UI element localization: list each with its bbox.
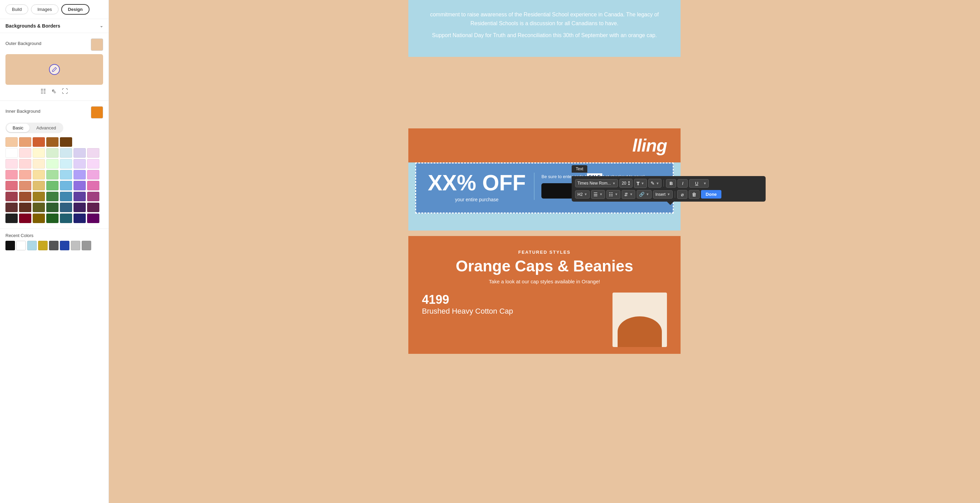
- recent-swatch-0[interactable]: [5, 241, 15, 250]
- edit-bg-button[interactable]: [49, 64, 60, 75]
- recent-swatch-1[interactable]: [16, 241, 26, 250]
- swatch-6-0[interactable]: [5, 203, 18, 212]
- link-select[interactable]: 🔗 ▼: [637, 190, 652, 198]
- recent-swatch-2[interactable]: [27, 241, 37, 250]
- swatch-1-0[interactable]: [5, 148, 18, 158]
- swatch-2-0[interactable]: [5, 159, 18, 169]
- scale-icon-button[interactable]: ⇖: [51, 88, 56, 95]
- swatch-4-6[interactable]: [87, 181, 99, 190]
- recent-swatch-7[interactable]: [82, 241, 91, 250]
- remove-format-button[interactable]: ⌀: [677, 190, 687, 199]
- swatch-1-4[interactable]: [60, 148, 72, 158]
- swatch-5-0[interactable]: [5, 192, 18, 201]
- swatch-1-2[interactable]: [33, 148, 45, 158]
- build-tab[interactable]: Build: [5, 5, 28, 14]
- delete-button[interactable]: 🗑: [689, 190, 700, 199]
- swatch-4-4[interactable]: [60, 181, 72, 190]
- swatch-1-3[interactable]: [46, 148, 59, 158]
- swatch-3-1[interactable]: [19, 170, 31, 179]
- swatch-2-2[interactable]: [33, 159, 45, 169]
- text-color-select[interactable]: T ▼: [634, 179, 646, 188]
- swatch-4-0[interactable]: [5, 181, 18, 190]
- swatch-6-6[interactable]: [87, 203, 99, 212]
- swatch-7-5[interactable]: [73, 214, 86, 223]
- outer-bg-swatch[interactable]: [91, 38, 103, 51]
- swatch-1-6[interactable]: [87, 148, 99, 158]
- inner-bg-swatch[interactable]: [91, 106, 103, 118]
- list-select[interactable]: ☷ ▼: [606, 190, 620, 199]
- top-text-block: commitment to raise awareness of the Res…: [408, 0, 681, 57]
- swatch-7-1[interactable]: [19, 214, 31, 223]
- swatch-5-1[interactable]: [19, 192, 31, 201]
- grid-icon-button[interactable]: ☷: [40, 88, 46, 95]
- divider-1: [663, 180, 664, 187]
- product-image: [612, 292, 667, 347]
- product-number: 4199: [422, 292, 606, 307]
- recent-swatch-6[interactable]: [71, 241, 80, 250]
- swatch-4-2[interactable]: [33, 181, 45, 190]
- swatch-7-4[interactable]: [60, 214, 72, 223]
- swatch-5-6[interactable]: [87, 192, 99, 201]
- orange-banner-text: lling: [632, 135, 667, 156]
- recent-swatch-3[interactable]: [38, 241, 48, 250]
- swatch-3-6[interactable]: [87, 170, 99, 179]
- swatch-0-4[interactable]: [60, 137, 72, 147]
- swatch-7-2[interactable]: [33, 214, 45, 223]
- swatch-6-5[interactable]: [73, 203, 86, 212]
- section-header[interactable]: Backgrounds & Borders ⌄: [0, 19, 108, 33]
- swatch-7-0[interactable]: [5, 214, 18, 223]
- swatch-1-1[interactable]: [19, 148, 31, 158]
- swatch-3-5[interactable]: [73, 170, 86, 179]
- swatch-6-2[interactable]: [33, 203, 45, 212]
- swatch-3-3[interactable]: [46, 170, 59, 179]
- featured-title: Orange Caps & Beanies: [422, 257, 667, 275]
- swatch-1-5[interactable]: [73, 148, 86, 158]
- swatch-4-3[interactable]: [46, 181, 59, 190]
- highlight-color-select[interactable]: ✎ ▼: [648, 179, 662, 188]
- heading-select[interactable]: H2 ▼: [575, 190, 590, 198]
- swatch-5-3[interactable]: [46, 192, 59, 201]
- swatch-7-3[interactable]: [46, 214, 59, 223]
- swatch-0-3[interactable]: [46, 137, 59, 147]
- image-icon-button[interactable]: ⛶: [62, 88, 68, 95]
- swatch-0-2[interactable]: [33, 137, 45, 147]
- basic-tab[interactable]: Basic: [6, 124, 30, 132]
- design-tab[interactable]: Design: [61, 4, 89, 14]
- swatch-5-2[interactable]: [33, 192, 45, 201]
- swatch-7-6[interactable]: [87, 214, 99, 223]
- swatch-5-5[interactable]: [73, 192, 86, 201]
- swatch-6-1[interactable]: [19, 203, 31, 212]
- palette-row-7: [5, 214, 103, 223]
- swatch-3-0[interactable]: [5, 170, 18, 179]
- bold-button[interactable]: B: [666, 179, 676, 188]
- recent-swatch-5[interactable]: [60, 241, 69, 250]
- align-select[interactable]: ☰ ▼: [591, 190, 605, 199]
- swatch-0-0[interactable]: [5, 137, 18, 147]
- swatch-2-5[interactable]: [73, 159, 86, 169]
- swatch-2-4[interactable]: [60, 159, 72, 169]
- swatch-5-4[interactable]: [60, 192, 72, 201]
- swatch-2-1[interactable]: [19, 159, 31, 169]
- images-tab[interactable]: Images: [31, 5, 59, 14]
- underline-select[interactable]: U ▼: [689, 179, 709, 188]
- chevron-down-icon: ▼: [584, 192, 587, 196]
- swatch-6-4[interactable]: [60, 203, 72, 212]
- done-button[interactable]: Done: [701, 190, 722, 198]
- line-spacing-select[interactable]: ⇵ ▼: [622, 190, 635, 199]
- swatch-2-6[interactable]: [87, 159, 99, 169]
- swatch-6-3[interactable]: [46, 203, 59, 212]
- palette-row-2: [5, 159, 103, 169]
- swatch-0-1[interactable]: [19, 137, 31, 147]
- advanced-tab[interactable]: Advanced: [30, 124, 62, 132]
- recent-swatch-4[interactable]: [49, 241, 59, 250]
- toolbar-text-tag: Text: [572, 165, 587, 172]
- insert-select[interactable]: Insert ▼: [653, 190, 673, 198]
- font-family-select[interactable]: Times New Rom... ▼: [575, 179, 618, 187]
- font-size-select[interactable]: 20 ▲▼: [619, 179, 633, 188]
- italic-button[interactable]: I: [678, 179, 688, 188]
- swatch-4-1[interactable]: [19, 181, 31, 190]
- swatch-4-5[interactable]: [73, 181, 86, 190]
- swatch-3-4[interactable]: [60, 170, 72, 179]
- swatch-2-3[interactable]: [46, 159, 59, 169]
- swatch-3-2[interactable]: [33, 170, 45, 179]
